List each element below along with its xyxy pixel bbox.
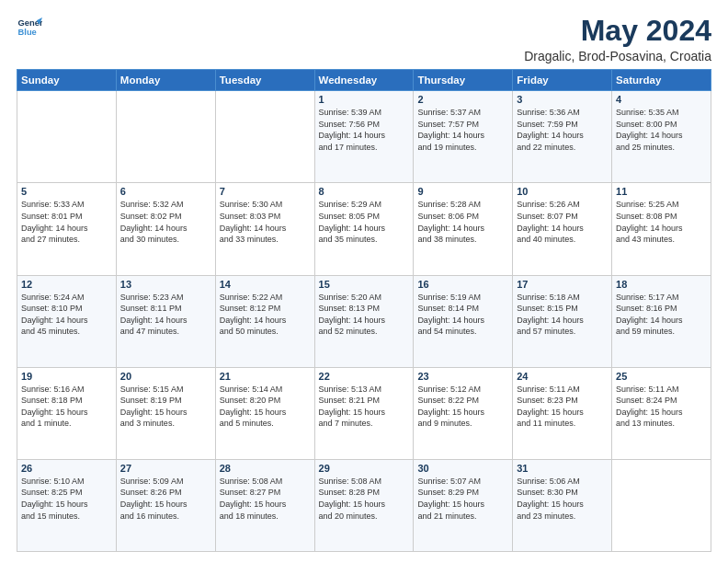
day-number: 16 [417,279,508,290]
day-info: Sunrise: 5:33 AM Sunset: 8:01 PM Dayligh… [21,199,112,245]
day-info: Sunrise: 5:12 AM Sunset: 8:22 PM Dayligh… [417,384,508,430]
day-number: 26 [21,463,112,474]
day-info: Sunrise: 5:11 AM Sunset: 8:24 PM Dayligh… [616,384,707,430]
calendar-week-5: 26Sunrise: 5:10 AM Sunset: 8:25 PM Dayli… [17,459,711,551]
day-info: Sunrise: 5:19 AM Sunset: 8:14 PM Dayligh… [417,292,508,338]
day-info: Sunrise: 5:15 AM Sunset: 8:19 PM Dayligh… [120,384,211,430]
day-info: Sunrise: 5:39 AM Sunset: 7:56 PM Dayligh… [319,107,410,153]
day-number: 31 [517,463,608,474]
day-info: Sunrise: 5:32 AM Sunset: 8:02 PM Dayligh… [120,199,211,245]
day-number: 18 [616,279,707,290]
header-friday: Friday [513,70,612,91]
day-info: Sunrise: 5:08 AM Sunset: 8:27 PM Dayligh… [220,476,311,522]
calendar-cell: 4Sunrise: 5:35 AM Sunset: 8:00 PM Daylig… [612,91,711,183]
day-info: Sunrise: 5:37 AM Sunset: 7:57 PM Dayligh… [417,107,508,153]
day-number: 2 [417,94,508,105]
calendar-week-3: 12Sunrise: 5:24 AM Sunset: 8:10 PM Dayli… [17,275,711,367]
calendar-cell: 19Sunrise: 5:16 AM Sunset: 8:18 PM Dayli… [17,367,117,459]
calendar-cell: 27Sunrise: 5:09 AM Sunset: 8:26 PM Dayli… [116,459,215,551]
calendar-cell: 21Sunrise: 5:14 AM Sunset: 8:20 PM Dayli… [215,367,314,459]
calendar-cell: 10Sunrise: 5:26 AM Sunset: 8:07 PM Dayli… [513,183,612,275]
calendar-cell: 7Sunrise: 5:30 AM Sunset: 8:03 PM Daylig… [215,183,314,275]
day-number: 23 [417,371,508,382]
calendar-cell: 25Sunrise: 5:11 AM Sunset: 8:24 PM Dayli… [612,367,711,459]
day-info: Sunrise: 5:26 AM Sunset: 8:07 PM Dayligh… [517,199,608,245]
day-info: Sunrise: 5:10 AM Sunset: 8:25 PM Dayligh… [21,476,112,522]
day-number: 9 [417,186,508,197]
calendar-cell: 8Sunrise: 5:29 AM Sunset: 8:05 PM Daylig… [314,183,414,275]
day-info: Sunrise: 5:16 AM Sunset: 8:18 PM Dayligh… [21,384,112,430]
calendar-cell: 15Sunrise: 5:20 AM Sunset: 8:13 PM Dayli… [314,275,414,367]
day-number: 11 [616,186,707,197]
day-info: Sunrise: 5:13 AM Sunset: 8:21 PM Dayligh… [319,384,410,430]
header-monday: Monday [116,70,215,91]
day-number: 28 [220,463,311,474]
header-saturday: Saturday [612,70,711,91]
day-number: 20 [120,371,211,382]
day-number: 4 [616,94,707,105]
page: General Blue May 2024 Dragalic, Brod-Pos… [0,0,728,563]
header: General Blue May 2024 Dragalic, Brod-Pos… [17,15,711,63]
day-number: 29 [319,463,410,474]
day-number: 21 [220,371,311,382]
header-tuesday: Tuesday [215,70,314,91]
day-number: 17 [517,279,608,290]
calendar-cell: 30Sunrise: 5:07 AM Sunset: 8:29 PM Dayli… [414,459,513,551]
calendar-cell: 23Sunrise: 5:12 AM Sunset: 8:22 PM Dayli… [414,367,513,459]
day-info: Sunrise: 5:35 AM Sunset: 8:00 PM Dayligh… [616,107,707,153]
title-block: May 2024 Dragalic, Brod-Posavina, Croati… [524,15,711,63]
calendar-cell: 26Sunrise: 5:10 AM Sunset: 8:25 PM Dayli… [17,459,117,551]
day-number: 27 [120,463,211,474]
day-number: 7 [220,186,311,197]
day-number: 8 [319,186,410,197]
calendar-cell: 29Sunrise: 5:08 AM Sunset: 8:28 PM Dayli… [314,459,414,551]
calendar-cell: 31Sunrise: 5:06 AM Sunset: 8:30 PM Dayli… [513,459,612,551]
day-number: 12 [21,279,112,290]
day-number: 1 [319,94,410,105]
calendar-week-4: 19Sunrise: 5:16 AM Sunset: 8:18 PM Dayli… [17,367,711,459]
weekday-header-row: Sunday Monday Tuesday Wednesday Thursday… [17,70,711,91]
day-info: Sunrise: 5:29 AM Sunset: 8:05 PM Dayligh… [319,199,410,245]
header-sunday: Sunday [17,70,117,91]
calendar-cell: 22Sunrise: 5:13 AM Sunset: 8:21 PM Dayli… [314,367,414,459]
calendar-cell [215,91,314,183]
day-info: Sunrise: 5:08 AM Sunset: 8:28 PM Dayligh… [319,476,410,522]
calendar-week-1: 1Sunrise: 5:39 AM Sunset: 7:56 PM Daylig… [17,91,711,183]
day-number: 30 [417,463,508,474]
day-info: Sunrise: 5:36 AM Sunset: 7:59 PM Dayligh… [517,107,608,153]
day-info: Sunrise: 5:22 AM Sunset: 8:12 PM Dayligh… [220,292,311,338]
main-title: May 2024 [524,15,711,47]
calendar-cell: 16Sunrise: 5:19 AM Sunset: 8:14 PM Dayli… [414,275,513,367]
header-thursday: Thursday [414,70,513,91]
calendar-cell [612,459,711,551]
svg-text:Blue: Blue [18,28,37,37]
calendar-table: Sunday Monday Tuesday Wednesday Thursday… [17,69,711,552]
calendar-cell: 13Sunrise: 5:23 AM Sunset: 8:11 PM Dayli… [116,275,215,367]
day-number: 13 [120,279,211,290]
calendar-cell: 20Sunrise: 5:15 AM Sunset: 8:19 PM Dayli… [116,367,215,459]
logo: General Blue [17,15,42,40]
calendar-cell: 11Sunrise: 5:25 AM Sunset: 8:08 PM Dayli… [612,183,711,275]
day-info: Sunrise: 5:17 AM Sunset: 8:16 PM Dayligh… [616,292,707,338]
day-info: Sunrise: 5:09 AM Sunset: 8:26 PM Dayligh… [120,476,211,522]
calendar-cell: 1Sunrise: 5:39 AM Sunset: 7:56 PM Daylig… [314,91,414,183]
day-number: 25 [616,371,707,382]
day-info: Sunrise: 5:24 AM Sunset: 8:10 PM Dayligh… [21,292,112,338]
day-info: Sunrise: 5:23 AM Sunset: 8:11 PM Dayligh… [120,292,211,338]
day-number: 22 [319,371,410,382]
calendar-cell: 28Sunrise: 5:08 AM Sunset: 8:27 PM Dayli… [215,459,314,551]
day-info: Sunrise: 5:18 AM Sunset: 8:15 PM Dayligh… [517,292,608,338]
day-info: Sunrise: 5:20 AM Sunset: 8:13 PM Dayligh… [319,292,410,338]
day-info: Sunrise: 5:06 AM Sunset: 8:30 PM Dayligh… [517,476,608,522]
calendar-cell: 18Sunrise: 5:17 AM Sunset: 8:16 PM Dayli… [612,275,711,367]
day-number: 15 [319,279,410,290]
subtitle: Dragalic, Brod-Posavina, Croatia [524,49,711,63]
day-info: Sunrise: 5:28 AM Sunset: 8:06 PM Dayligh… [417,199,508,245]
calendar-cell: 3Sunrise: 5:36 AM Sunset: 7:59 PM Daylig… [513,91,612,183]
day-number: 10 [517,186,608,197]
calendar-cell [116,91,215,183]
calendar-week-2: 5Sunrise: 5:33 AM Sunset: 8:01 PM Daylig… [17,183,711,275]
calendar-cell [17,91,117,183]
header-wednesday: Wednesday [314,70,414,91]
calendar-cell: 9Sunrise: 5:28 AM Sunset: 8:06 PM Daylig… [414,183,513,275]
